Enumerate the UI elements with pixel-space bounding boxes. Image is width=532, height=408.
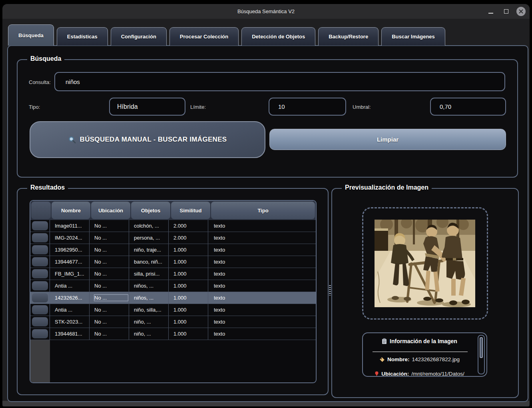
row-header[interactable] (30, 256, 50, 268)
results-section: Resultados NombreUbicaciónObjetosSimilit… (17, 188, 329, 395)
cell-objetos[interactable]: banco, niñ... (129, 256, 169, 268)
column-header-nombre[interactable]: Nombre (52, 202, 90, 219)
cell-similitud[interactable]: 2.000 (169, 232, 208, 244)
cell-tipo[interactable]: texto (208, 280, 316, 292)
tab-backup-restore[interactable]: Backup/Restore (318, 27, 379, 46)
cell-nombre[interactable]: 13944677... (50, 256, 90, 268)
minimize-button[interactable] (486, 7, 496, 16)
row-header[interactable] (30, 268, 50, 280)
close-button[interactable] (516, 7, 526, 16)
row-header[interactable] (30, 316, 50, 328)
table-row[interactable]: 13944681...No ...niño, ...1.000texto (30, 328, 316, 340)
row-header[interactable] (30, 280, 50, 292)
column-header-objetos[interactable]: Objetos (131, 202, 170, 219)
cell-tipo[interactable]: texto (208, 328, 316, 340)
cell-ubicacion[interactable]: No ... (90, 280, 129, 292)
cell-similitud[interactable]: 1.000 (169, 256, 208, 268)
pane-divider-grip[interactable] (329, 285, 331, 296)
cell-nombre[interactable]: Antia ... (50, 280, 90, 292)
table-row[interactable]: Antia ...No ...niño, silla,...1.000texto (30, 304, 316, 316)
manual-search-button[interactable]: BÚSQUEDA MANUAL - BUSCAR IMÁGENES (30, 121, 265, 158)
cell-nombre[interactable]: Image011... (50, 220, 90, 232)
cell-similitud[interactable]: 1.000 (169, 328, 208, 340)
table-body: Image011...No ...colchón, ...2.000textoI… (30, 220, 316, 340)
cell-nombre[interactable]: STK-2023... (50, 316, 90, 328)
cell-ubicacion[interactable]: No ... (90, 256, 129, 268)
cell-ubicacion[interactable]: No ... (90, 304, 129, 316)
cell-nombre[interactable]: Antia ... (50, 304, 90, 316)
cell-nombre[interactable]: FB_IMG_1... (50, 268, 90, 280)
cell-objetos[interactable]: niños, ... (129, 280, 169, 292)
cell-ubicacion[interactable]: No ... (90, 292, 129, 304)
cell-text: 13944681... (55, 331, 82, 337)
table-row[interactable]: 13944677...No ...banco, niñ...1.000texto (30, 256, 316, 268)
consulta-input[interactable] (54, 72, 505, 91)
tipo-combobox[interactable]: Híbrida (109, 98, 185, 116)
cell-nombre[interactable]: 14232626... (50, 292, 90, 304)
table-row[interactable]: STK-2023...No ...niño, ...1.000texto (30, 316, 316, 328)
tab-deteccion-objetos[interactable]: Detección de Objetos (241, 27, 315, 46)
preview-photo[interactable] (375, 220, 475, 307)
cell-similitud[interactable]: 1.000 (169, 280, 208, 292)
info-scrollbar-thumb[interactable] (480, 337, 483, 358)
cell-tipo[interactable]: texto (208, 304, 316, 316)
table-row[interactable]: FB_IMG_1...No ...silla, prisi...1.000tex… (30, 268, 316, 280)
cell-objetos[interactable]: niño, ... (129, 328, 169, 340)
cell-nombre[interactable]: IMG-2024... (50, 232, 90, 244)
cell-similitud[interactable]: 1.000 (169, 292, 208, 304)
cell-tipo[interactable]: texto (208, 268, 316, 280)
cell-similitud[interactable]: 1.000 (169, 244, 208, 256)
ubicacion-label: Ubicación: (381, 371, 409, 377)
tab-busqueda[interactable]: Búsqueda (8, 24, 54, 46)
cell-similitud[interactable]: 1.000 (169, 268, 208, 280)
cell-objetos[interactable]: silla, prisi... (129, 268, 169, 280)
table-row[interactable]: IMG-2024...No ...persona, ...2.000texto (30, 232, 316, 244)
tab-procesar-coleccion[interactable]: Procesar Colección (169, 27, 239, 46)
row-header[interactable] (30, 328, 50, 340)
cell-nombre[interactable]: 13944681... (50, 328, 90, 340)
column-header-tipo[interactable]: Tipo (211, 202, 315, 219)
cell-tipo[interactable]: texto (208, 220, 316, 232)
cell-tipo[interactable]: texto (208, 232, 316, 244)
cell-ubicacion[interactable]: No ... (90, 316, 129, 328)
row-header[interactable] (30, 220, 50, 232)
table-row[interactable]: Image011...No ...colchón, ...2.000texto (30, 220, 316, 232)
cell-tipo[interactable]: texto (208, 316, 316, 328)
clear-button[interactable]: Limpiar (269, 129, 506, 150)
umbral-input[interactable] (430, 98, 506, 116)
cell-similitud[interactable]: 1.000 (169, 304, 208, 316)
cell-nombre[interactable]: 13962950... (50, 244, 90, 256)
cell-ubicacion[interactable]: No ... (90, 220, 129, 232)
cell-ubicacion[interactable]: No ... (90, 268, 129, 280)
info-scrollbar-track[interactable] (478, 335, 485, 374)
cell-objetos[interactable]: colchón, ... (129, 220, 169, 232)
cell-tipo[interactable]: texto (208, 292, 316, 304)
cell-objetos[interactable]: niño, silla,... (129, 304, 169, 316)
tab-configuracion[interactable]: Configuración (111, 27, 167, 46)
cell-ubicacion[interactable]: No ... (90, 232, 129, 244)
row-header[interactable] (30, 292, 50, 304)
cell-similitud[interactable]: 2.000 (169, 220, 208, 232)
cell-tipo[interactable]: texto (208, 256, 316, 268)
cell-objetos[interactable]: persona, ... (129, 232, 169, 244)
row-header[interactable] (30, 244, 50, 256)
titlebar[interactable]: Búsqueda Semántica V2 (2, 4, 530, 19)
cell-objetos[interactable]: niño, ... (129, 316, 169, 328)
limite-input[interactable] (269, 98, 346, 116)
column-header-similitud[interactable]: Similitud (171, 202, 210, 219)
row-header[interactable] (30, 232, 50, 244)
cell-objetos[interactable]: niños, ... (129, 292, 169, 304)
cell-ubicacion[interactable]: No ... (90, 328, 129, 340)
cell-ubicacion[interactable]: No ... (90, 244, 129, 256)
row-header[interactable] (30, 304, 50, 316)
table-row[interactable]: Antia ...No ...niños, ...1.000texto (30, 280, 316, 292)
maximize-button[interactable] (501, 7, 511, 16)
column-header-ubicacion[interactable]: Ubicación (91, 202, 130, 219)
tab-estadisticas[interactable]: Estadísticas (57, 27, 108, 46)
table-row[interactable]: 13962950...No ...niño, traje...1.000text… (30, 244, 316, 256)
cell-similitud[interactable]: 1.000 (169, 316, 208, 328)
tab-buscar-imagenes[interactable]: Buscar Imágenes (381, 27, 445, 46)
cell-objetos[interactable]: niño, traje... (129, 244, 169, 256)
table-row[interactable]: 14232626...No ...niños, ...1.000texto (30, 292, 316, 304)
cell-tipo[interactable]: texto (208, 244, 316, 256)
